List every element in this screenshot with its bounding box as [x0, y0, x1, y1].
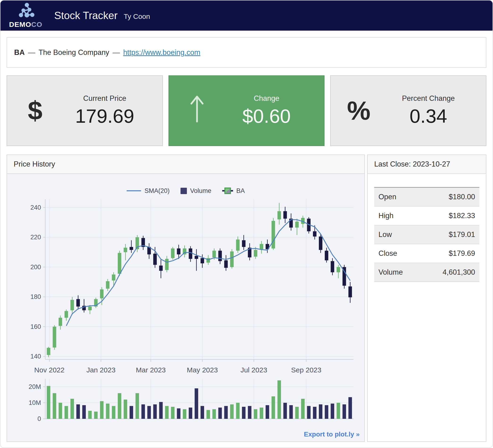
row-label: High — [374, 206, 421, 225]
svg-text:May 2023: May 2023 — [187, 366, 218, 374]
company-website-link[interactable]: https://www.boeing.com — [123, 48, 200, 57]
sma-line-icon — [126, 190, 141, 191]
legend-label: Volume — [190, 187, 211, 195]
price-history-chart: SMA(20) Volume BA — [7, 174, 364, 441]
ticker-symbol: BA — [14, 48, 25, 57]
candlestick-icon — [222, 186, 233, 196]
stat-card-change: Change $0.60 — [168, 75, 325, 146]
dollar-sign-icon: $ — [15, 98, 55, 124]
main-content: Price History SMA(20) Volume — [7, 154, 486, 442]
candlestick-volume-chart[interactable]: Nov 2022Jan 2023Mar 2023May 2023Jul 2023… — [10, 197, 361, 423]
row-label: Low — [374, 225, 421, 244]
export-plotly-link[interactable]: Export to plot.ly » — [304, 431, 360, 438]
arrow-up-icon — [177, 94, 217, 128]
table-row: Low$179.01 — [374, 225, 479, 244]
separator-dash: — — [113, 48, 120, 57]
stat-label: Current Price — [83, 94, 126, 103]
stat-label: Percent Change — [402, 94, 455, 103]
price-history-panel: Price History SMA(20) Volume — [7, 154, 365, 442]
table-row: Open$180.00 — [374, 187, 479, 206]
page-subtitle: Ty Coon — [124, 12, 150, 21]
svg-text:160: 160 — [30, 323, 41, 330]
page-title: Stock Tracker — [54, 10, 118, 22]
legend-item-volume[interactable]: Volume — [180, 187, 211, 195]
legend-item-ba[interactable]: BA — [222, 186, 245, 196]
company-name: The Boeing Company — [39, 48, 109, 57]
price-history-title: Price History — [7, 155, 364, 174]
stats-row: $ Current Price 179.69 Change $0.60 % — [7, 75, 486, 146]
svg-text:Jul 2023: Jul 2023 — [240, 366, 267, 374]
svg-text:200: 200 — [30, 263, 41, 271]
change-value: $0.60 — [242, 105, 291, 127]
svg-text:180: 180 — [30, 293, 41, 300]
table-row: High$182.33 — [374, 206, 479, 225]
last-close-body: Open$180.00High$182.33Low$179.01Close$17… — [368, 174, 486, 441]
svg-text:Nov 2022: Nov 2022 — [34, 366, 64, 374]
brand-name: DEMOCO — [9, 21, 42, 29]
ohlc-table: Open$180.00High$182.33Low$179.01Close$17… — [374, 187, 479, 282]
row-value: 4,601,300 — [421, 263, 479, 282]
svg-text:0: 0 — [37, 415, 41, 422]
row-value: $182.33 — [421, 206, 479, 225]
stat-card-percent-change: % Percent Change 0.34 — [330, 75, 486, 146]
svg-text:Jan 2023: Jan 2023 — [87, 366, 115, 374]
molecule-logo-icon — [16, 3, 35, 20]
sma-line — [66, 219, 350, 326]
chart-legend: SMA(20) Volume BA — [7, 186, 364, 196]
company-info-bar: BA — The Boeing Company — https://www.bo… — [7, 37, 486, 68]
app-header: DEMOCO Stock Tracker Ty Coon — [0, 0, 493, 31]
svg-text:Mar 2023: Mar 2023 — [136, 366, 166, 374]
row-value: $180.00 — [421, 187, 479, 206]
svg-text:140: 140 — [30, 353, 41, 360]
row-value: $179.01 — [421, 225, 479, 244]
last-close-title: Last Close: 2023-10-27 — [368, 155, 486, 174]
legend-item-sma[interactable]: SMA(20) — [126, 187, 170, 195]
svg-text:20M: 20M — [29, 383, 41, 390]
row-label: Open — [374, 187, 421, 206]
svg-text:10M: 10M — [29, 399, 41, 406]
svg-text:240: 240 — [30, 204, 41, 211]
stock-tracker-app: DEMOCO Stock Tracker Ty Coon BA — The Bo… — [0, 0, 493, 448]
stat-card-current-price: $ Current Price 179.69 — [7, 75, 163, 146]
separator-dash: — — [28, 48, 35, 57]
legend-label: BA — [236, 187, 245, 195]
percent-icon: % — [339, 98, 379, 124]
last-close-panel: Last Close: 2023-10-27 Open$180.00High$1… — [367, 154, 486, 442]
current-price-value: 179.69 — [75, 105, 134, 127]
brand-logo: DEMOCO — [8, 3, 43, 29]
percent-change-value: 0.34 — [410, 105, 447, 127]
row-value: $179.69 — [421, 244, 479, 263]
table-row: Close$179.69 — [374, 244, 479, 263]
stat-label: Change — [254, 94, 280, 103]
row-label: Close — [374, 244, 421, 263]
volume-swatch-icon — [180, 188, 187, 194]
row-label: Volume — [374, 263, 421, 282]
table-row: Volume4,601,300 — [374, 263, 479, 282]
svg-text:220: 220 — [30, 234, 41, 241]
legend-label: SMA(20) — [145, 187, 170, 195]
svg-text:Sep 2023: Sep 2023 — [291, 366, 321, 374]
